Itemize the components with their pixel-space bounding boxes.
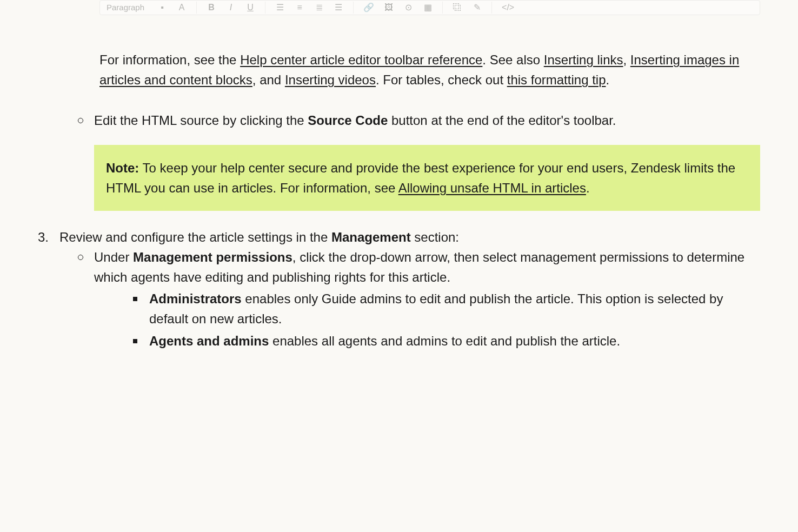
reference-paragraph: For information, see the Help center art… [99, 50, 760, 90]
bold-icon[interactable]: B [207, 1, 216, 15]
step-3-text: Review and configure the article setting… [59, 227, 760, 247]
step-3-sublist: Under Management permissions, click the … [78, 247, 760, 351]
ordered-steps: 3. Review and configure the article sett… [38, 227, 760, 351]
source-code-icon[interactable]: </> [502, 1, 514, 15]
option-administrators: Administrators enables only Guide admins… [133, 289, 760, 329]
note-label: Note: [106, 161, 139, 175]
copy-icon[interactable]: ⿻ [453, 1, 462, 15]
link-toolbar-reference[interactable]: Help center article editor toolbar refer… [240, 52, 482, 67]
bullet-source-text: Edit the HTML source by clicking the Sou… [94, 110, 760, 130]
option-agents-and-admins: Agents and admins enables all agents and… [133, 331, 760, 351]
link-inserting-links[interactable]: Inserting links [544, 52, 623, 67]
step-3: 3. Review and configure the article sett… [38, 227, 760, 351]
image-icon[interactable]: 🖼 [384, 1, 394, 15]
link-inserting-videos[interactable]: Inserting videos [285, 72, 376, 87]
bullet-management-permissions: Under Management permissions, click the … [78, 247, 760, 351]
link-allowing-unsafe-html[interactable]: Allowing unsafe HTML in articles [398, 181, 586, 195]
unordered-list-icon[interactable]: ≣ [314, 1, 324, 15]
align-icon[interactable]: ☰ [275, 1, 285, 15]
step-number-3: 3. [38, 227, 49, 247]
table-icon[interactable]: ▦ [423, 1, 433, 15]
editor-toolbar: Paragraph ▪ A B I U ☰ ≡ ≣ ☰ 🔗 🖼 ⊙ ▦ ⿻ ✎ … [99, 0, 760, 15]
note-callout: Note: To keep your help center secure an… [94, 145, 760, 211]
link-icon[interactable]: 🔗 [363, 1, 374, 15]
font-color-icon[interactable]: A [177, 1, 187, 15]
bullet-source-code: Edit the HTML source by clicking the Sou… [78, 110, 760, 211]
link-formatting-tip[interactable]: this formatting tip [507, 72, 606, 87]
underline-icon[interactable]: U [245, 1, 255, 15]
sub-bullet-list: Edit the HTML source by clicking the Sou… [78, 110, 760, 211]
edit-icon[interactable]: ✎ [472, 1, 482, 15]
indent-icon[interactable]: ☰ [334, 1, 343, 15]
permissions-options-list: Administrators enables only Guide admins… [133, 289, 760, 351]
color-square-icon[interactable]: ▪ [157, 1, 167, 15]
ordered-list-icon[interactable]: ≡ [295, 1, 304, 15]
paragraph-style-dropdown[interactable]: Paragraph [107, 1, 144, 14]
italic-icon[interactable]: I [226, 1, 236, 15]
video-icon[interactable]: ⊙ [403, 1, 413, 15]
